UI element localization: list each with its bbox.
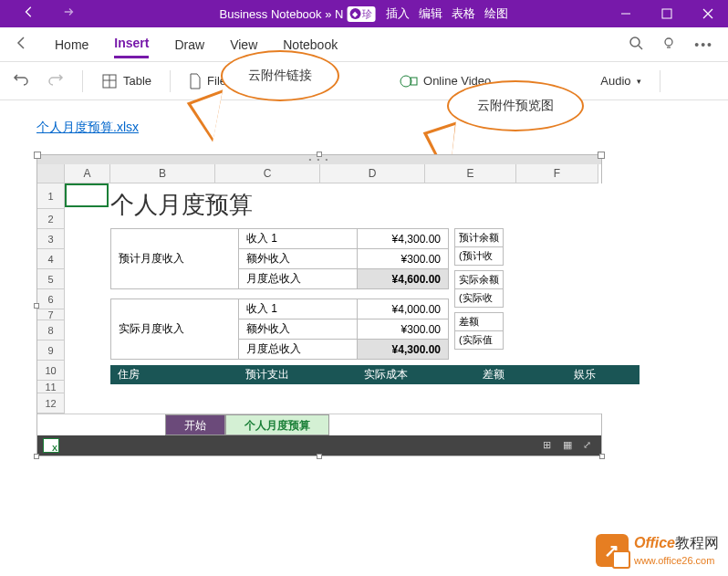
redo-icon[interactable] [47, 71, 64, 90]
status-icon[interactable]: ⤢ [583, 439, 596, 452]
status-icon[interactable]: ⊞ [543, 439, 556, 452]
ribbon: Table File Online Video Audio▾ [0, 62, 728, 100]
page-canvas: 个人月度预算.xlsx • • • ABCDEF 123456789101112… [0, 100, 728, 475]
watermark: ↗ Office教程网 www.office26.com [596, 534, 719, 567]
sheet-content[interactable]: 个人月度预算 预计月度收入收入 1¥4,300.00 额外收入¥300.00 月… [65, 183, 640, 414]
more-icon[interactable]: ••• [694, 37, 713, 52]
sheet-tab-budget[interactable]: 个人月度预算 [225, 414, 329, 435]
menu-bar: Home Insert Draw View Notebook ••• [0, 27, 728, 62]
sheet-title: 个人月度预算 [110, 189, 640, 221]
undo-icon[interactable] [13, 71, 29, 90]
ribbon-table[interactable]: Table [101, 73, 151, 89]
svg-point-4 [630, 37, 640, 47]
title-menu-edit[interactable]: 编辑 [419, 5, 442, 22]
nav-forward-icon[interactable] [63, 5, 76, 22]
section-actual: 实际月度收入收入 1¥4,000.00 额外收入¥300.00 月度总收入¥4,… [110, 298, 449, 360]
excel-icon [43, 438, 59, 453]
row-headers: 123456789101112 [37, 183, 65, 414]
watermark-icon: ↗ [596, 534, 629, 567]
nav-back-icon[interactable] [23, 5, 36, 22]
column-headers: ABCDEF [37, 164, 601, 183]
tab-draw[interactable]: Draw [174, 32, 204, 58]
attachment-link[interactable]: 个人月度预算.xlsx [36, 120, 139, 134]
callout-link: 云附件链接 [221, 50, 339, 101]
svg-rect-1 [662, 9, 671, 18]
back-icon[interactable] [15, 36, 29, 53]
tab-home[interactable]: Home [55, 32, 88, 58]
svg-point-6 [665, 38, 672, 46]
title-bar: Business Notebook » N ◆珍 插入 编辑 表格 绘图 [0, 0, 728, 27]
section-estimated: 预计月度收入收入 1¥4,300.00 额外收入¥300.00 月度总收入¥4,… [110, 228, 449, 289]
sheet-tabs: 开始 个人月度预算 [37, 414, 601, 435]
window-title: Business Notebook » N ◆珍 插入 编辑 表格 绘图 [220, 5, 509, 22]
maximize-button[interactable] [646, 0, 687, 27]
svg-point-11 [400, 76, 411, 87]
title-menu-draw[interactable]: 绘图 [484, 5, 508, 22]
minimize-button[interactable] [605, 0, 646, 27]
side-summary: 预计余额 (预计收 实际余额 (实际收 差额 (实际值 [454, 228, 504, 360]
title-menu-table[interactable]: 表格 [452, 5, 475, 22]
tab-insert[interactable]: Insert [114, 30, 149, 58]
svg-line-5 [639, 46, 642, 49]
search-icon[interactable] [629, 36, 643, 53]
ribbon-audio[interactable]: Audio▾ [600, 74, 640, 88]
selected-cell [65, 183, 109, 207]
callout-preview: 云附件预览图 [447, 80, 584, 131]
status-icon[interactable]: ▦ [563, 439, 576, 452]
sheet-tab-start[interactable]: 开始 [165, 414, 225, 435]
close-button[interactable] [687, 0, 728, 27]
bulb-icon[interactable] [661, 36, 676, 53]
embedded-spreadsheet[interactable]: • • • ABCDEF 123456789101112 个人月度预算 预计月度… [36, 154, 602, 456]
title-menu-insert[interactable]: 插入 [386, 5, 410, 22]
expense-header: 住房预计支出实际成本差额娱乐 [110, 365, 640, 384]
gem-badge: ◆珍 [347, 6, 375, 22]
excel-statusbar: ⊞ ▦ ⤢ [37, 435, 601, 456]
